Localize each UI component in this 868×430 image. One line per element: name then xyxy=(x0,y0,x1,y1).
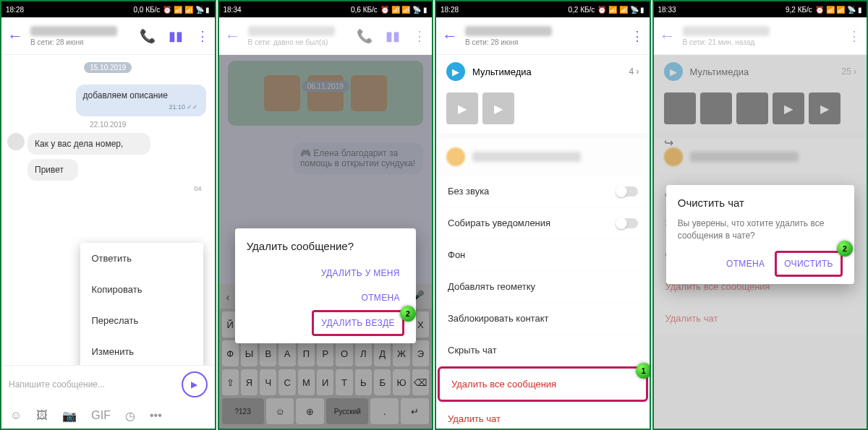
video-icon[interactable]: ▮▮ xyxy=(169,28,183,44)
chat-info-list: ▶ Мультимедиа 25 › ↪ ▶▶ Очистить чат Вы … xyxy=(654,55,867,429)
send-button[interactable]: ▶ xyxy=(182,371,208,397)
status-bar: 18:28 0,0 КБ/с⏰ 📶 📶 📡 ▮ xyxy=(1,1,215,17)
annotation-badge: 1 xyxy=(636,363,650,379)
more-icon[interactable]: ⋮ xyxy=(196,28,209,44)
chat-header: ← В сети: 28 июня 📞 ▮▮ ⋮ xyxy=(1,17,215,55)
menu-edit[interactable]: Изменить xyxy=(80,336,203,365)
annotation-badge: 2 xyxy=(400,306,416,322)
camera-icon[interactable]: 📷 xyxy=(62,409,77,423)
back-icon[interactable]: ← xyxy=(660,27,676,46)
message-in[interactable]: Как у вас дела номер, xyxy=(27,133,150,155)
sticker-icon[interactable]: ☺ xyxy=(10,409,22,422)
add-to-group-row[interactable] xyxy=(436,139,650,175)
composer[interactable]: Напишите сообщение... ▶ xyxy=(1,365,215,403)
chat-header: ← В сети: давно не был(а) 📞▮▮⋮ xyxy=(219,17,433,55)
delete-everywhere-button[interactable]: УДАЛИТЬ ВЕЗДЕ xyxy=(312,310,404,336)
message-in[interactable]: Привет xyxy=(27,159,78,181)
date-separator: 15.10.2019 xyxy=(84,62,132,73)
mute-row[interactable]: Без звука xyxy=(436,176,650,207)
composer-placeholder[interactable]: Напишите сообщение... xyxy=(9,379,174,390)
clear-chat-dialog: Очистить чат Вы уверены, что хотите удал… xyxy=(666,185,854,284)
menu-reply[interactable]: Ответить xyxy=(80,243,203,274)
clear-button[interactable]: ОЧИСТИТЬ xyxy=(775,251,843,277)
more-icon[interactable]: ••• xyxy=(150,409,162,422)
back-icon[interactable]: ← xyxy=(442,27,458,46)
media-thumbs: ▶ ▶ xyxy=(436,88,650,133)
delete-dialog: Удалить сообщение? УДАЛИТЬ У МЕНЯ ОТМЕНА… xyxy=(235,228,416,343)
dialog-title: Удалить сообщение? xyxy=(247,240,404,252)
background-row[interactable]: Фон xyxy=(436,239,650,270)
date-separator: 22.10.2019 xyxy=(1,121,215,129)
status-bar: 18:34 0,6 КБ/с⏰ 📶 📶 📡 ▮ xyxy=(219,1,433,17)
dialog-body: Вы уверены, что хотите удалить все сообщ… xyxy=(678,218,843,242)
delete-all-messages-row[interactable]: Удалить все сообщения 1 xyxy=(438,366,648,402)
media-icon: ▶ xyxy=(446,62,465,81)
thumb[interactable]: ▶ xyxy=(446,93,478,124)
menu-forward[interactable]: Переслать xyxy=(80,305,203,336)
dialog-title: Очистить чат xyxy=(678,197,843,209)
clock: 18:28 xyxy=(6,6,24,14)
more-icon[interactable]: ⋮ xyxy=(848,28,861,44)
phone-3: 18:28 0,2 КБ/с⏰ 📶 📶 📡 ▮ ← В сети: 28 июн… xyxy=(435,0,651,430)
geotag-row[interactable]: Добавлять геометку xyxy=(436,271,650,302)
phone-1: 18:28 0,0 КБ/с⏰ 📶 📶 📡 ▮ ← В сети: 28 июн… xyxy=(0,0,216,430)
back-icon[interactable]: ← xyxy=(225,27,241,46)
video-icon[interactable]: ▮▮ xyxy=(386,28,400,44)
back-icon[interactable]: ← xyxy=(7,27,23,46)
phone-4: 18:33 9,2 КБ/с⏰ 📶 📶 📡 ▮ ← В сети: 21 мин… xyxy=(652,0,869,430)
more-icon[interactable]: ⋮ xyxy=(413,28,426,44)
chat-header: ← В сети: 28 июня ⋮ xyxy=(436,17,650,55)
call-icon[interactable]: 📞 xyxy=(357,28,373,44)
avatar[interactable] xyxy=(7,133,25,150)
cancel-button[interactable]: ОТМЕНА xyxy=(719,253,772,275)
context-menu: Ответить Копировать Переслать Изменить П… xyxy=(80,243,203,365)
chat-body: 15.10.2019 добавляем описание21:10 ✓✓ 22… xyxy=(1,55,215,365)
gallery-icon[interactable]: 🖼 xyxy=(36,409,48,422)
more-icon[interactable]: ⋮ xyxy=(631,28,644,44)
chat-header: ← В сети: 21 мин. назад ⋮ xyxy=(654,17,867,55)
chat-body: 06.11.2019 🎮 Елена благодарит за помощь … xyxy=(219,55,433,429)
thumb[interactable]: ▶ xyxy=(482,93,514,124)
toggle[interactable] xyxy=(616,186,638,197)
call-icon[interactable]: 📞 xyxy=(140,28,156,44)
status-bar: 18:28 0,2 КБ/с⏰ 📶 📶 📡 ▮ xyxy=(436,1,650,17)
contact-name-area[interactable]: В сети: 28 июня xyxy=(30,26,132,46)
annotation-badge: 2 xyxy=(837,241,853,257)
delete-chat-row[interactable]: Удалить чат xyxy=(436,403,650,429)
block-row[interactable]: Заблокировать контакт xyxy=(436,303,650,334)
phone-2: 18:34 0,6 КБ/с⏰ 📶 📶 📡 ▮ ← В сети: давно … xyxy=(218,0,434,430)
last-seen: В сети: 28 июня xyxy=(30,38,132,46)
hide-chat-row[interactable]: Скрыть чат xyxy=(436,335,650,366)
toggle[interactable] xyxy=(616,218,638,228)
gif-icon[interactable]: GIF xyxy=(91,409,111,422)
message-out[interactable]: добавляем описание21:10 ✓✓ xyxy=(76,85,206,116)
cancel-button[interactable]: ОТМЕНА xyxy=(247,285,404,310)
status-bar: 18:33 9,2 КБ/с⏰ 📶 📶 📡 ▮ xyxy=(654,1,867,17)
timer-icon[interactable]: ◷ xyxy=(125,409,135,423)
composer-icons: ☺ 🖼 📷 GIF ◷ ••• xyxy=(1,403,215,429)
multimedia-row[interactable]: ▶ Мультимедиа 4 › xyxy=(436,55,650,88)
chat-info-list: ▶ Мультимедиа 4 › ▶ ▶ Без звука Собирать… xyxy=(436,55,650,429)
delete-for-me-button[interactable]: УДАЛИТЬ У МЕНЯ xyxy=(247,261,404,285)
menu-copy[interactable]: Копировать xyxy=(80,274,203,305)
smart-notif-row[interactable]: Собирать уведомления xyxy=(436,207,650,238)
